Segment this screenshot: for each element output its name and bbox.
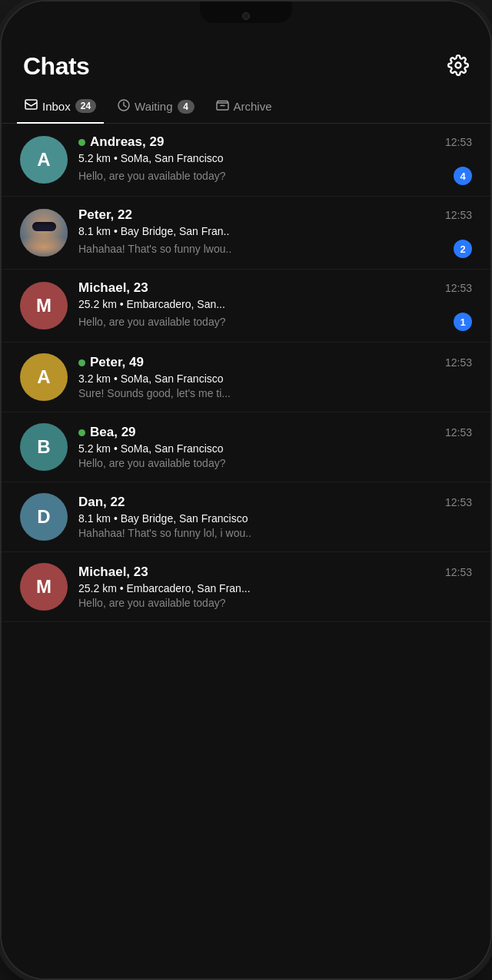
chat-preview: Hello, are you available today? — [78, 597, 472, 609]
chat-preview: Hello, are you available today? — [78, 170, 447, 182]
avatar: M — [20, 563, 68, 611]
tab-bar: Inbox 24 Waiting 4 — [2, 90, 490, 124]
chat-content: Michael, 23 12:53 25.2 km • Embarcadero,… — [78, 564, 472, 609]
phone-screen: Chats Inbox 24 — [2, 2, 490, 978]
archive-tab-label: Archive — [234, 100, 272, 113]
inbox-badge: 24 — [75, 99, 96, 113]
chat-name: Bea, 29 — [78, 425, 136, 440]
chat-location: 25.2 km • Embarcadero, San... — [78, 298, 472, 310]
chat-item[interactable]: Peter, 22 12:53 8.1 km • Bay Bridge, San… — [2, 197, 490, 270]
chat-time: 12:53 — [445, 355, 472, 369]
chat-location: 8.1 km • Bay Bridge, San Francisco — [78, 512, 472, 525]
tab-inbox[interactable]: Inbox 24 — [17, 90, 104, 124]
unread-badge: 4 — [454, 167, 472, 185]
chat-location: 25.2 km • Embarcadero, San Fran... — [78, 582, 472, 594]
gear-icon — [447, 55, 469, 76]
avatar: A — [20, 136, 68, 184]
online-indicator — [78, 139, 85, 146]
chat-item[interactable]: M Michael, 23 12:53 25.2 km • Embarcader… — [2, 270, 490, 343]
archive-icon — [216, 100, 229, 113]
notch — [200, 2, 292, 23]
chat-time: 12:53 — [445, 134, 472, 148]
chat-item[interactable]: A Andreas, 29 12:53 5.2 km • SoMa, San F… — [2, 124, 490, 197]
tab-archive[interactable]: Archive — [208, 91, 280, 122]
chat-content: Michael, 23 12:53 25.2 km • Embarcadero,… — [78, 280, 472, 331]
chat-list: A Andreas, 29 12:53 5.2 km • SoMa, San F… — [2, 124, 490, 978]
online-indicator — [78, 429, 85, 436]
chat-time: 12:53 — [445, 280, 472, 294]
unread-badge: 2 — [454, 240, 472, 258]
chat-time: 12:53 — [445, 495, 472, 508]
chat-name: Dan, 22 — [78, 495, 125, 510]
chat-preview: Hahahaa! That's so funny lwou.. — [78, 243, 447, 255]
chat-preview: Hahahaa! That's so funny lol, i wou.. — [78, 527, 472, 539]
page-title: Chats — [23, 52, 89, 81]
chat-name: Peter, 49 — [78, 355, 144, 370]
chat-item[interactable]: M Michael, 23 12:53 25.2 km • Embarcader… — [2, 552, 490, 622]
chat-name: Peter, 22 — [78, 207, 132, 223]
svg-point-0 — [456, 62, 461, 68]
chat-preview: Hello, are you available today? — [78, 457, 472, 469]
online-indicator — [78, 359, 85, 366]
chat-item[interactable]: A Peter, 49 12:53 3.2 km • SoMa, San Fra… — [2, 343, 490, 412]
chat-time: 12:53 — [445, 425, 472, 439]
chat-item[interactable]: B Bea, 29 12:53 5.2 km • SoMa, San Franc… — [2, 412, 490, 482]
svg-rect-1 — [25, 100, 37, 109]
chat-location: 3.2 km • SoMa, San Francisco — [78, 372, 472, 385]
settings-button[interactable] — [447, 55, 469, 79]
chat-time: 12:53 — [445, 207, 472, 221]
chat-item[interactable]: D Dan, 22 12:53 8.1 km • Bay Bridge, San… — [2, 482, 490, 552]
avatar: A — [20, 353, 68, 401]
chat-name: Andreas, 29 — [78, 134, 164, 150]
chat-location: 5.2 km • SoMa, San Francisco — [78, 152, 472, 164]
phone-frame: Chats Inbox 24 — [0, 0, 492, 980]
app-header: Chats — [2, 40, 490, 90]
chat-content: Peter, 22 12:53 8.1 km • Bay Bridge, San… — [78, 207, 472, 258]
inbox-icon — [25, 99, 38, 113]
chat-content: Peter, 49 12:53 3.2 km • SoMa, San Franc… — [78, 355, 472, 399]
chat-time: 12:53 — [445, 564, 472, 578]
chat-content: Andreas, 29 12:53 5.2 km • SoMa, San Fra… — [78, 134, 472, 185]
chat-name: Michael, 23 — [78, 280, 148, 296]
avatar — [20, 209, 68, 257]
avatar: B — [20, 423, 68, 471]
unread-badge: 1 — [454, 313, 472, 331]
chat-name: Michael, 23 — [78, 564, 148, 580]
svg-rect-3 — [217, 103, 228, 110]
chat-location: 8.1 km • Bay Bridge, San Fran.. — [78, 225, 472, 237]
chat-content: Bea, 29 12:53 5.2 km • SoMa, San Francis… — [78, 425, 472, 469]
waiting-badge: 4 — [178, 100, 194, 114]
tab-waiting[interactable]: Waiting 4 — [110, 90, 201, 123]
avatar: M — [20, 282, 68, 329]
chat-location: 5.2 km • SoMa, San Francisco — [78, 442, 472, 455]
waiting-icon — [118, 99, 130, 114]
chat-preview: Hello, are you available today? — [78, 316, 447, 328]
chat-preview: Sure! Sounds good, let's me ti... — [78, 387, 472, 399]
chat-content: Dan, 22 12:53 8.1 km • Bay Bridge, San F… — [78, 495, 472, 539]
avatar: D — [20, 493, 68, 541]
inbox-tab-label: Inbox — [42, 100, 71, 113]
camera-dot — [242, 12, 250, 20]
waiting-tab-label: Waiting — [135, 100, 172, 113]
